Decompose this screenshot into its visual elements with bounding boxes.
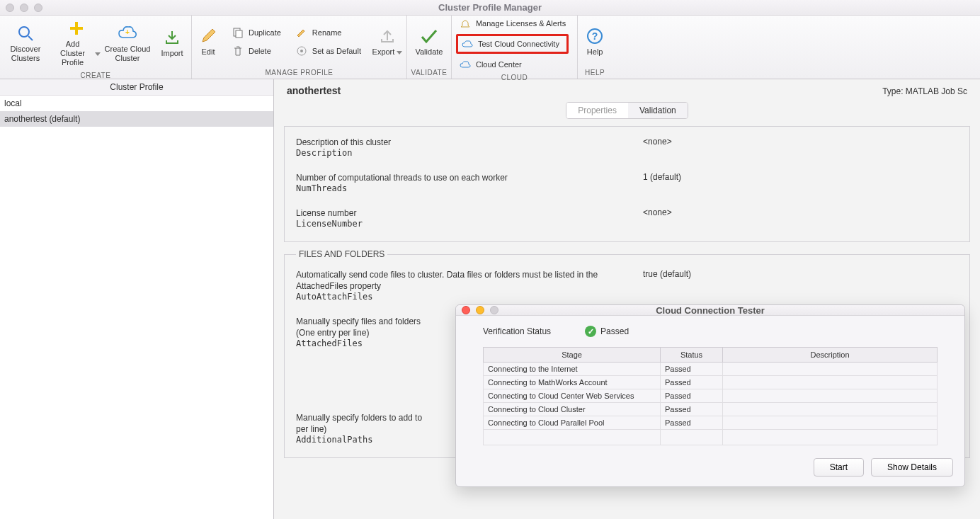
delete-button[interactable]: Delete — [229, 43, 284, 59]
prop-value: <none> — [643, 137, 672, 158]
rename-label: Rename — [312, 28, 342, 37]
status-value: Passed — [600, 326, 629, 336]
sidebar-header: Cluster Profile — [0, 79, 273, 96]
duplicate-button[interactable]: Duplicate — [229, 25, 284, 40]
export-label: Export — [372, 47, 395, 57]
import-button[interactable]: Import — [153, 16, 191, 70]
create-cloud-cluster-button[interactable]: + Create Cloud Cluster — [102, 16, 153, 70]
cell-desc — [723, 363, 938, 376]
group-label-validate: VALIDATE — [407, 67, 451, 79]
cell-desc — [723, 403, 938, 416]
prop-numthreads: Number of computational threads to use o… — [296, 172, 958, 193]
tab-validation[interactable]: Validation — [628, 103, 688, 118]
set-default-label: Set as Default — [312, 47, 361, 55]
cloud-plus-icon: + — [118, 23, 137, 43]
set-default-button[interactable]: Set as Default — [292, 43, 364, 59]
cell-stage: Connecting to MathWorks Account — [484, 376, 661, 389]
files-legend: FILES AND FOLDERS — [296, 249, 387, 259]
test-cloud-connectivity-button[interactable]: Test Cloud Connectivity — [456, 34, 569, 54]
prop-description: Description of this cluster Description … — [296, 137, 958, 158]
prop-autoattach: Automatically send code files to cluster… — [296, 269, 958, 302]
manage-licenses-label: Manage Licenses & Alerts — [476, 19, 566, 28]
rename-button[interactable]: Rename — [292, 25, 364, 40]
cell-status: Passed — [661, 376, 723, 389]
chevron-down-icon — [95, 52, 101, 56]
table-row-blank — [484, 430, 938, 445]
prop-key: NumThreads — [296, 183, 643, 193]
table-row: Connecting to MathWorks AccountPassed — [484, 376, 938, 389]
export-button[interactable]: Export — [368, 16, 406, 67]
copy-icon — [232, 26, 244, 39]
cell-status: Passed — [661, 416, 723, 430]
col-stage: Stage — [484, 348, 661, 363]
svg-text:?: ? — [592, 30, 598, 42]
table-row: Connecting to Cloud Center Web ServicesP… — [484, 389, 938, 403]
prop-desc: License number — [296, 207, 643, 219]
validate-button[interactable]: Validate — [407, 16, 451, 67]
connection-test-table: Stage Status Description Connecting to t… — [483, 347, 938, 445]
plus-icon — [67, 18, 86, 38]
show-details-button[interactable]: Show Details — [871, 458, 953, 477]
test-cloud-label: Test Cloud Connectivity — [478, 40, 559, 48]
check-circle-icon: ✓ — [585, 326, 596, 337]
dialog-titlebar: Cloud Connection Tester — [456, 305, 964, 316]
cell-status: Passed — [661, 403, 723, 416]
main-titlebar: Cluster Profile Manager — [0, 0, 980, 16]
bell-icon — [459, 17, 472, 30]
col-status: Status — [661, 348, 723, 363]
cell-desc — [723, 376, 938, 389]
cloud-test-icon — [461, 38, 474, 50]
sidebar-item-local[interactable]: local — [0, 96, 273, 111]
properties-group: Description of this cluster Description … — [284, 126, 970, 242]
group-label-help: HELP — [578, 67, 612, 79]
prop-key: Description — [296, 148, 643, 158]
prop-key: AutoAttachFiles — [296, 292, 643, 302]
add-cluster-profile-button[interactable]: Add Cluster Profile — [51, 16, 102, 70]
group-label-manage: MANAGE PROFILE — [192, 67, 406, 79]
svg-rect-3 — [70, 27, 83, 30]
cell-stage: Connecting to Cloud Parallel Pool — [484, 416, 661, 430]
toolstrip: Discover Clusters Add Cluster Profile + … — [0, 16, 980, 79]
sidebar-item-anothertest[interactable]: anothertest (default) — [0, 111, 273, 127]
import-label: Import — [161, 49, 183, 58]
prop-value: 1 (default) — [643, 172, 681, 193]
delete-label: Delete — [249, 47, 271, 55]
cloud-icon — [459, 58, 472, 71]
start-button[interactable]: Start — [814, 458, 864, 477]
export-icon — [379, 26, 396, 46]
duplicate-label: Duplicate — [249, 28, 281, 37]
profile-title: anothertest — [287, 85, 341, 96]
add-cluster-label: Add Cluster Profile — [52, 40, 93, 67]
cloud-center-button[interactable]: Cloud Center — [456, 57, 569, 72]
edit-button[interactable]: Edit — [192, 16, 224, 67]
verification-status-row: Verification Status ✓ Passed — [483, 326, 938, 337]
discover-clusters-label: Discover Clusters — [11, 45, 41, 63]
svg-point-0 — [19, 27, 29, 37]
chevron-down-icon — [397, 51, 402, 55]
cloud-connection-tester-dialog: Cloud Connection Tester Verification Sta… — [455, 304, 965, 487]
prop-desc: Automatically send code files to cluster… — [296, 269, 643, 292]
toolstrip-group-cloud: Manage Licenses & Alerts Test Cloud Conn… — [452, 16, 578, 79]
help-button[interactable]: ? Help — [578, 16, 612, 67]
prop-desc: Description of this cluster — [296, 137, 643, 148]
edit-label: Edit — [202, 47, 215, 57]
sidebar: Cluster Profile local anothertest (defau… — [0, 79, 274, 519]
table-row: Connecting to the InternetPassed — [484, 363, 938, 376]
prop-value: true (default) — [643, 269, 691, 302]
col-description: Description — [723, 348, 938, 363]
cell-status: Passed — [661, 389, 723, 403]
cell-desc — [723, 416, 938, 430]
pencil-icon — [200, 26, 217, 46]
cloud-center-label: Cloud Center — [476, 60, 522, 69]
cell-status: Passed — [661, 363, 723, 376]
manage-licenses-button[interactable]: Manage Licenses & Alerts — [456, 16, 569, 31]
target-icon — [295, 45, 308, 57]
check-icon — [419, 26, 439, 46]
validate-label: Validate — [415, 47, 443, 57]
cell-stage: Connecting to Cloud Center Web Services — [484, 389, 661, 403]
dialog-title: Cloud Connection Tester — [456, 305, 964, 316]
trash-icon — [232, 45, 244, 57]
discover-clusters-button[interactable]: Discover Clusters — [0, 16, 51, 70]
tab-properties[interactable]: Properties — [566, 103, 628, 118]
create-cloud-label: Create Cloud Cluster — [105, 45, 151, 63]
